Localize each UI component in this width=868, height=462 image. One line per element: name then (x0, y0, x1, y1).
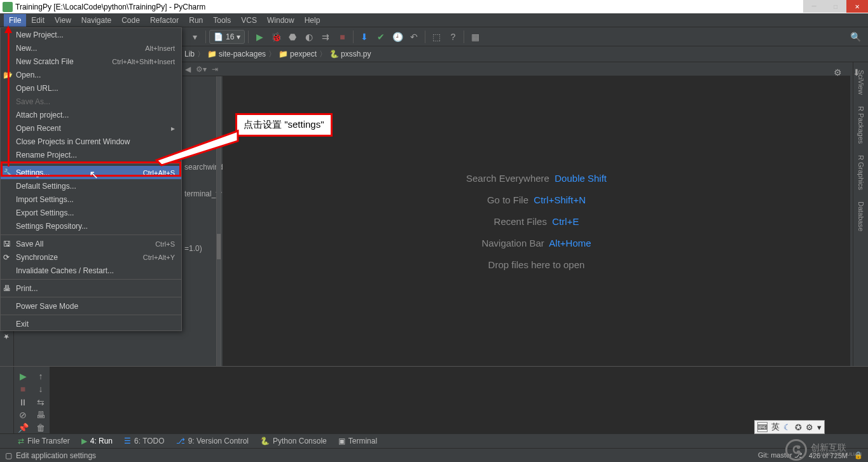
concurrency-button[interactable]: ⇉ (318, 29, 333, 44)
python-console-tab[interactable]: 🐍Python Console (260, 437, 327, 445)
menu-edit[interactable]: Edit (26, 14, 50, 27)
breadcrumb-segment[interactable]: 🐍pxssh.py (329, 50, 371, 58)
menu-item-new-project[interactable]: New Project... (1, 28, 181, 41)
vcs-revert-button[interactable]: ↶ (406, 29, 422, 44)
menu-code[interactable]: Code (116, 14, 145, 27)
wrap-icon[interactable]: ⇆ (33, 397, 48, 407)
ime-chevron-down-icon[interactable]: ▾ (817, 423, 822, 432)
svg-marker-0 (156, 131, 238, 165)
ime-sym-icon[interactable]: ✪ (795, 423, 802, 432)
profile-button[interactable]: ◐ (301, 29, 317, 44)
breadcrumb-segment[interactable]: Lib (184, 50, 195, 58)
menu-item-exit[interactable]: Exit (1, 317, 181, 330)
expand-icon[interactable]: ⇥ (212, 65, 218, 74)
transfer-icon: ⇄ (18, 437, 24, 445)
tree-item[interactable]: =1.0) (184, 244, 202, 253)
breadcrumb-segment[interactable]: 📁pexpect (279, 50, 317, 58)
gear-icon[interactable]: ⚙ (830, 65, 845, 80)
menu-help[interactable]: Help (300, 14, 326, 27)
menu-view[interactable]: View (50, 14, 76, 27)
vcs-history-button[interactable]: 🕘 (390, 29, 405, 44)
todo-tab[interactable]: ☰6: TODO (124, 437, 165, 445)
debug-button[interactable]: 🐞 (268, 29, 284, 44)
run-tab[interactable]: ▶4: Run (81, 437, 113, 445)
menu-item-new-scratch-file[interactable]: New Scratch FileCtrl+Alt+Shift+Insert (1, 55, 181, 68)
download-icon[interactable]: ⬇ (849, 65, 864, 80)
run-configuration-selector[interactable]: 📄 16 ▾ (209, 30, 245, 44)
window-close-button[interactable]: ✕ (846, 0, 868, 13)
print-icon[interactable]: 🖶 (33, 409, 48, 420)
menu-item-export-settings[interactable]: Export Settings... (1, 206, 181, 219)
ime-moon-icon[interactable]: ☾ (783, 423, 791, 432)
statusbar-toggle-icon[interactable]: ▢ (5, 451, 12, 460)
menu-item-import-settings[interactable]: Import Settings... (1, 193, 181, 206)
run-button[interactable]: ▶ (252, 29, 267, 44)
breadcrumb-segment[interactable]: 📁site-packages (207, 50, 266, 58)
file-transfer-tab[interactable]: ⇄File Transfer (18, 437, 70, 445)
ime-lang[interactable]: 英 (771, 421, 780, 433)
trash-icon[interactable]: 🗑 (33, 423, 48, 433)
menu-file[interactable]: File (4, 14, 26, 27)
menu-item-save-all[interactable]: 🖫Save AllCtrl+S (1, 237, 181, 250)
up-icon[interactable]: ↑ (33, 370, 48, 381)
database-tab[interactable]: Database (856, 198, 866, 235)
chevron-down-icon: ▾ (237, 32, 240, 41)
close-icon[interactable]: ⊘ (15, 409, 31, 420)
vcs-update-button[interactable]: ⬇ (357, 29, 372, 44)
scrollbar-vertical[interactable] (216, 62, 221, 366)
window-minimize-button[interactable]: ─ (803, 0, 825, 13)
menu-item-attach-project[interactable]: Attach project... (1, 108, 181, 121)
help-button[interactable]: ? (445, 29, 460, 44)
menu-item-synchronize[interactable]: ⟳SynchronizeCtrl+Alt+Y (1, 250, 181, 264)
menu-item-open-url[interactable]: Open URL... (1, 81, 181, 95)
sync-icon: ⟳ (3, 253, 12, 262)
pin-icon[interactable]: 📌 (15, 423, 31, 433)
watermark-text-bottom: CHUANG XINHULIAN (811, 452, 862, 457)
menu-window[interactable]: Window (262, 14, 300, 27)
titlebar: TrainingPy [E:\LocalCode\python\Training… (0, 0, 868, 13)
structure-icon[interactable]: ▦ (467, 29, 483, 44)
editor-tabbar: ◀ ⚙▾ ⇥ (183, 62, 850, 76)
window-maximize-button[interactable]: ☐ (825, 0, 846, 13)
menu-item-print[interactable]: 🖶Print... (1, 282, 181, 295)
menu-item-settings-repository[interactable]: Settings Repository... (1, 219, 181, 233)
terminal-tab[interactable]: ▣Terminal (338, 437, 377, 445)
chevron-left-icon[interactable]: ◀ (185, 65, 191, 74)
down-icon[interactable]: ↓ (33, 383, 48, 394)
bottom-tool-tabs: ⇄File Transfer ▶4: Run ☰6: TODO ⎇9: Vers… (0, 433, 868, 448)
menu-vcs[interactable]: VCS (236, 14, 262, 27)
menu-item-open[interactable]: 📂Open... (1, 68, 181, 81)
back-button[interactable]: ⬚ (429, 29, 444, 44)
menu-item-save-as[interactable]: Save As... (1, 95, 181, 108)
version-control-tab[interactable]: ⎇9: Version Control (176, 437, 249, 445)
menu-run[interactable]: Run (184, 14, 208, 27)
pause-icon[interactable]: ⏸ (15, 397, 31, 407)
menu-navigate[interactable]: Navigate (76, 14, 116, 27)
ime-settings-icon[interactable]: ⚙ (806, 423, 813, 432)
menu-item-power-save-mode[interactable]: Power Save Mode (1, 299, 181, 313)
gear-icon[interactable]: ⚙▾ (196, 65, 207, 74)
previous-button[interactable]: ▾ (187, 29, 202, 44)
vcs-commit-button[interactable]: ✔ (373, 29, 389, 44)
ime-keyboard-icon[interactable]: ⌨ (757, 422, 768, 432)
run-coverage-button[interactable]: ⬣ (285, 29, 300, 44)
save-icon: 🖫 (3, 240, 12, 248)
search-button[interactable]: 🔍 (848, 29, 863, 44)
stop-button[interactable]: ■ (334, 29, 350, 44)
terminal-icon: ▣ (338, 437, 345, 445)
pycharm-icon (3, 2, 13, 12)
rerun-button[interactable]: ▶ (15, 370, 31, 381)
run-output[interactable] (50, 367, 868, 433)
python-file-icon: 🐍 (329, 50, 339, 58)
rgraphics-tab[interactable]: R Graphics (856, 151, 866, 194)
rpackages-tab[interactable]: R Packages (856, 102, 866, 147)
quick-hint-gotofile: Go to File Ctrl+Shift+N (487, 194, 586, 205)
ime-language-bar[interactable]: ⌨ 英 ☾ ✪ ⚙ ▾ (754, 420, 825, 434)
run-tool-window: ▶ ■ ⏸ ⊘ 📌 ↑ ↓ ⇆ 🖶 🗑 (0, 366, 868, 433)
stop-button[interactable]: ■ (15, 383, 31, 394)
menu-item-new[interactable]: New...Alt+Insert (1, 41, 181, 55)
menu-item-default-settings[interactable]: Default Settings... (1, 179, 181, 193)
menu-refactor[interactable]: Refactor (145, 14, 184, 27)
menu-item-invalidate-caches-restart[interactable]: Invalidate Caches / Restart... (1, 264, 181, 277)
menu-tools[interactable]: Tools (208, 14, 236, 27)
